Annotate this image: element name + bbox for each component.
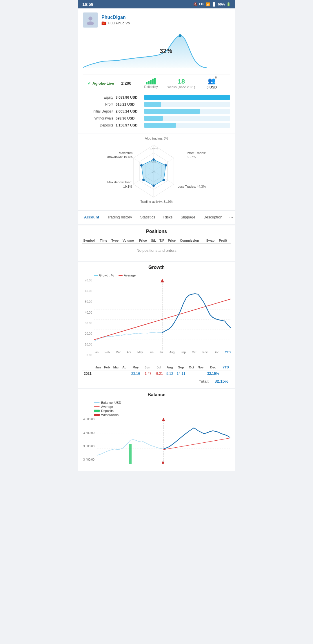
tab-trading-history[interactable]: Trading history <box>103 211 136 224</box>
svg-point-16 <box>152 184 155 187</box>
total-value: 32.15% <box>215 379 228 383</box>
legend-average: Average <box>119 274 136 277</box>
tab-risks[interactable]: Risks <box>159 211 177 224</box>
avatar <box>83 12 98 28</box>
total-label: Total: <box>199 379 209 383</box>
radar-section: Algo trading: 5% Profit Trades:55.7% Los… <box>78 133 235 210</box>
y-axis-labels: 70.00 60.00 50.00 40.00 30.00 20.00 10.0… <box>82 279 93 357</box>
positions-section: Positions Symbol Time Type Volume Price … <box>78 225 235 261</box>
balance-y-axis: 4 000.00 3 800.00 3 600.00 3 400.00 <box>82 418 96 461</box>
balance-title: Balance <box>82 392 231 397</box>
radar-svg: 100+% 50% 0% <box>125 142 183 200</box>
metric-initial-deposit: Initial Deposit 2 005.14 USD <box>83 109 230 114</box>
monthly-row-2021: 2021 23.16 -1.47 -9.21 5.12 14.11 32.15% <box>82 370 231 377</box>
svg-point-44 <box>162 462 164 464</box>
legend-balance: Balance, USD <box>94 401 231 404</box>
signal-icon: ▐▌ <box>212 2 216 6</box>
col-sl: S/L <box>150 238 159 244</box>
withdrawals-legend-label: Withdrawals <box>101 413 119 417</box>
balance-chart-section: Balance Balance, USD Average Deposits Wi… <box>78 389 235 471</box>
radar-label-topright: Profit Trades:55.7% <box>187 151 206 159</box>
growth-title: Growth <box>82 265 231 270</box>
monthly-performance-table: JanFebMarAprMayJunJulAugSepOctNovDec YTD… <box>82 364 231 377</box>
tab-account[interactable]: Account <box>80 211 103 224</box>
no-positions-message: No positions and orders <box>82 244 231 258</box>
svg-point-15 <box>163 179 165 181</box>
status-bar: 16:59 🔇 LTE 📶 ▐▌ 60% 🔋 <box>78 0 235 8</box>
svg-text:100+%: 100+% <box>150 147 158 150</box>
col-type: Type <box>110 238 122 244</box>
lte-icon: LTE <box>199 3 204 6</box>
profile-name: PhucDigan <box>101 15 130 20</box>
total-row: Total: 32.15% <box>82 377 231 385</box>
radar-container: Algo trading: 5% Profit Trades:55.7% Los… <box>107 136 206 206</box>
tab-statistics[interactable]: Statistics <box>136 211 159 224</box>
mute-icon: 🔇 <box>193 2 198 6</box>
month-labels: JanFebMarAprMay JunJulAugSepOct NovDecYT… <box>94 350 231 354</box>
broker-info: ✓ Aglobe-Live <box>88 81 115 86</box>
ytd-val: 32.15% <box>205 370 221 377</box>
svg-marker-28 <box>161 279 164 282</box>
battery-icon: 🔋 <box>226 2 231 6</box>
broker-name: Aglobe-Live <box>92 81 114 86</box>
weeks-number: 18 <box>178 78 185 85</box>
col-swap: Swap <box>205 238 218 244</box>
weeks-label: weeks (since 2021) <box>168 85 195 89</box>
svg-point-18 <box>140 164 143 167</box>
reliability-label: Reliability <box>144 85 158 88</box>
jun-val: -1.47 <box>142 370 153 377</box>
weeks-block: 18 weeks (since 2021) <box>165 78 198 89</box>
svg-rect-43 <box>129 444 132 464</box>
sep-val: 14.11 <box>175 370 187 377</box>
growth-percent-label: 32% <box>159 47 172 55</box>
svg-marker-42 <box>162 418 165 421</box>
growth-chart-section: Growth Growth, % Average 70.00 60.00 50.… <box>78 262 235 388</box>
deposits-legend-label: Deposits <box>101 409 114 413</box>
legend-avg: Average <box>94 405 231 408</box>
stats-row: ✓ Aglobe-Live 1:200 Reliability 18 weeks… <box>83 75 230 92</box>
positions-title: Positions <box>82 229 231 234</box>
positions-table: Symbol Time Type Volume Price S/L T/P Pr… <box>82 238 231 257</box>
col-commission: Commission <box>179 238 205 244</box>
svg-point-1 <box>87 21 94 25</box>
svg-line-29 <box>94 299 231 340</box>
col-tp: T/P <box>159 238 167 244</box>
growth-legend: Growth, % Average <box>82 274 231 277</box>
legend-average-label: Average <box>124 274 136 277</box>
profile-country: 🇻🇳 Huu Phuc Vo <box>101 21 130 26</box>
wifi-icon: 📶 <box>206 2 210 6</box>
metric-equity: Equity 3 083.96 USD <box>83 95 230 100</box>
svg-point-14 <box>165 164 167 167</box>
growth-svg: 0 50 100 150 200 Trades <box>94 279 231 350</box>
col-symbol: Symbol <box>82 238 99 244</box>
metric-profit: Profit 615.21 USD <box>83 102 230 107</box>
tab-description[interactable]: Description <box>199 211 226 224</box>
profile-info: PhucDigan 🇻🇳 Huu Phuc Vo <box>101 15 130 26</box>
svg-point-17 <box>142 179 145 181</box>
check-icon: ✓ <box>88 81 91 86</box>
followers-block: 👥 0 0 USD <box>198 77 225 89</box>
growth-mini-chart: 32% <box>83 30 230 73</box>
legend-growth-label: Growth, % <box>99 274 114 277</box>
profile-header: PhucDigan 🇻🇳 Huu Phuc Vo <box>83 12 230 28</box>
avg-legend-label: Average <box>101 405 113 408</box>
followers-usd: 0 USD <box>207 85 217 89</box>
tab-more-button[interactable]: ··· <box>226 211 235 224</box>
tab-slippage[interactable]: Slippage <box>176 211 199 224</box>
flag-icon: 🇻🇳 <box>101 21 106 26</box>
legend-withdrawals: Withdrawals <box>94 413 231 417</box>
balance-legend: Balance, USD Average Deposits Withdrawal… <box>82 401 231 417</box>
svg-point-13 <box>152 158 155 161</box>
balance-chart-wrapper: 4 000.00 3 800.00 3 600.00 3 400.00 <box>82 418 231 467</box>
metric-withdrawals: Withdrawals 693.36 USD <box>83 116 230 121</box>
reliability-icon <box>146 78 156 84</box>
metrics-section: Equity 3 083.96 USD Profit 615.21 USD In… <box>78 92 235 133</box>
metric-deposits: Deposits 1 156.97 USD <box>83 123 230 128</box>
col-volume: Volume <box>122 238 138 244</box>
col-profit: Profit <box>218 238 231 244</box>
leverage: 1:200 <box>115 81 137 86</box>
legend-growth: Growth, % <box>94 274 114 277</box>
radar-label-top: Algo trading: 5% <box>145 136 168 140</box>
svg-marker-12 <box>141 160 166 186</box>
aug-val: 5.12 <box>165 370 175 377</box>
